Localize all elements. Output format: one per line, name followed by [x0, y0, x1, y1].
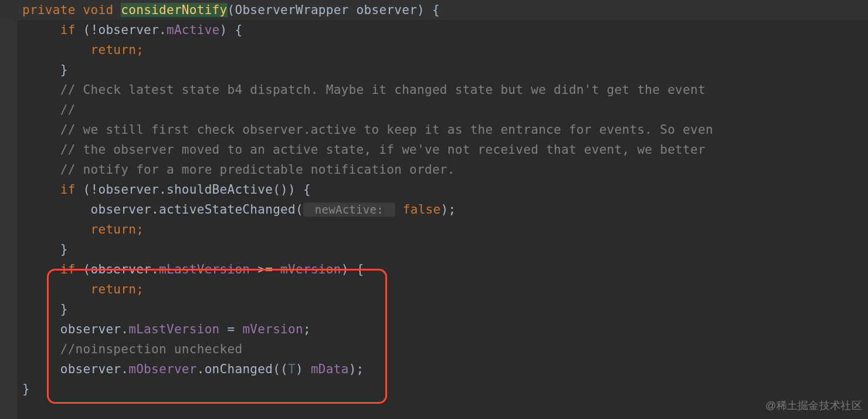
comment: // Check latest state b4 dispatch. Maybe… — [60, 83, 713, 97]
code-line: //noinspection unchecked — [0, 339, 868, 359]
semicolon: ; — [136, 43, 144, 57]
keyword-if: if — [60, 183, 76, 197]
open: ( — [76, 262, 91, 276]
comment: // — [60, 103, 76, 117]
comment: // we still first check observer.active … — [60, 123, 713, 137]
semicolon: ; — [136, 222, 144, 236]
code-line: } — [0, 299, 868, 319]
object-ref: observer — [91, 202, 152, 217]
type-parameter: T — [288, 362, 296, 376]
brace: } — [60, 302, 68, 316]
param-name: observer — [357, 3, 418, 17]
code-line: observer.mObserver.onChanged((T) mData); — [0, 359, 868, 379]
field-ref: mVersion — [280, 262, 341, 276]
keyword-private: private — [22, 3, 76, 17]
field-ref: mLastVersion — [128, 322, 219, 336]
parameter-hint: newActive: — [303, 202, 395, 217]
code-line: } — [0, 239, 868, 259]
lparen: ( — [228, 3, 235, 17]
field-ref: mData — [311, 362, 349, 376]
keyword-return: return — [91, 282, 137, 296]
code-line: if (!observer.mActive) { — [0, 20, 868, 40]
dot: . — [151, 262, 159, 276]
operator: >= — [250, 262, 280, 276]
close: ) { — [220, 23, 243, 37]
param-type: ObserverWrapper — [235, 3, 348, 17]
keyword-if: if — [60, 23, 76, 37]
keyword-return: return — [91, 222, 137, 236]
semicolon: ; — [303, 322, 311, 336]
object-ref: observer — [98, 183, 159, 197]
brace: } — [60, 63, 68, 77]
method-call: activeStateChanged — [159, 202, 296, 217]
code-line: if (!observer.shouldBeActive()) { — [0, 180, 868, 200]
equals: = — [220, 322, 243, 336]
lparen: (( — [273, 362, 288, 376]
method-call: shouldBeActive — [167, 183, 273, 197]
field-ref: mLastVersion — [159, 262, 250, 276]
code-line: observer.activeStateChanged( newActive: … — [0, 200, 868, 219]
object-ref: observer — [98, 23, 159, 37]
comment: //noinspection unchecked — [60, 342, 243, 356]
brace: } — [60, 242, 68, 256]
code-line: if (observer.mLastVersion >= mVersion) { — [0, 259, 868, 279]
keyword-false: false — [403, 202, 441, 217]
code-line: return; — [0, 279, 868, 299]
rparen: ) — [296, 362, 311, 376]
method-name: considerNotify — [121, 3, 227, 17]
close: ); — [440, 202, 456, 217]
comment: // notify for a more predictable notific… — [60, 163, 455, 177]
cond-open: (! — [76, 183, 99, 197]
dot: . — [151, 202, 159, 217]
code-line: // we still first check observer.active … — [0, 120, 868, 140]
code-line: } — [0, 60, 868, 80]
object-ref: observer — [91, 262, 152, 276]
lparen: ( — [296, 202, 303, 217]
comment: // the observer moved to an active state… — [60, 143, 713, 157]
method-call: onChanged — [205, 362, 273, 376]
dot: . — [121, 322, 128, 336]
code-line: observer.mLastVersion = mVersion; — [0, 319, 868, 339]
dot: . — [159, 183, 167, 197]
rparen-brace: ) { — [417, 3, 440, 17]
field-ref: mVersion — [242, 322, 303, 336]
code-line: // Check latest state b4 dispatch. Maybe… — [0, 80, 868, 100]
dot: . — [121, 362, 128, 376]
code-line: // the observer moved to an active state… — [0, 140, 868, 160]
close: ) { — [341, 262, 364, 276]
keyword-if: if — [60, 262, 76, 276]
field-ref: mObserver — [128, 362, 197, 376]
code-line: return; — [0, 219, 868, 239]
code-line: // notify for a more predictable notific… — [0, 160, 868, 180]
code-line: } — [0, 379, 868, 399]
dot: . — [197, 362, 205, 376]
brace: } — [22, 382, 30, 396]
semicolon: ; — [136, 282, 144, 296]
cond-open: (! — [76, 23, 99, 37]
keyword-void: void — [83, 3, 114, 17]
close: ); — [349, 362, 364, 376]
code-line: // — [0, 100, 868, 120]
dot: . — [159, 23, 167, 37]
keyword-return: return — [91, 43, 137, 57]
object-ref: observer — [60, 322, 121, 336]
code-editor[interactable]: private void considerNotify(ObserverWrap… — [0, 0, 868, 399]
code-line: return; — [0, 40, 868, 60]
field-ref: mActive — [167, 23, 220, 37]
code-line: private void considerNotify(ObserverWrap… — [0, 0, 868, 20]
call-close: ()) { — [273, 183, 311, 197]
object-ref: observer — [60, 362, 121, 376]
watermark: @稀土掘金技术社区 — [765, 396, 862, 415]
